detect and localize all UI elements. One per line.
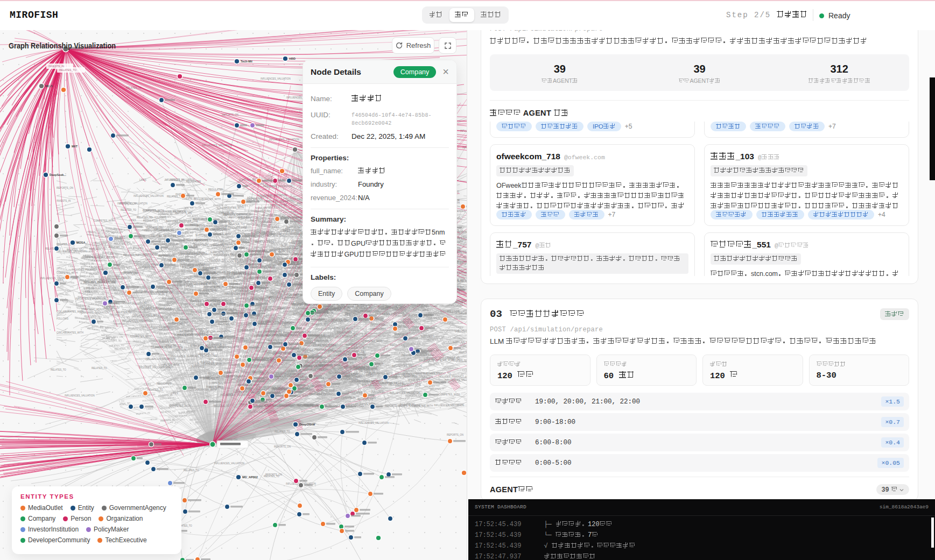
svg-text:PERFORMS_OPERATION: PERFORMS_OPERATION bbox=[223, 213, 252, 216]
svg-text:RELATED_TO: RELATED_TO bbox=[255, 240, 271, 243]
svg-text:INFLUENCES_VALUATION: INFLUENCES_VALUATION bbox=[188, 299, 219, 302]
svg-text:INVESTS_IN: INVESTS_IN bbox=[172, 349, 186, 351]
svg-text:INFLUENCES_VALUATION: INFLUENCES_VALUATION bbox=[75, 297, 106, 300]
svg-text:SUPPLIES_TO: SUPPLIES_TO bbox=[453, 341, 467, 344]
svg-text:RELATES_TO: RELATES_TO bbox=[51, 368, 66, 371]
svg-text:SUPPLIES_TO: SUPPLIES_TO bbox=[174, 334, 191, 336]
svg-text:INVESTS_IN: INVESTS_IN bbox=[57, 200, 71, 202]
svg-text:COMPETES_WITH: COMPETES_WITH bbox=[170, 405, 191, 407]
svg-text:PERFORMS_OPERATION: PERFORMS_OPERATION bbox=[80, 311, 109, 314]
svg-text:Tech-Mil: Tech-Mil bbox=[241, 60, 252, 63]
svg-text:PERFORMS_OPERATION: PERFORMS_OPERATION bbox=[404, 375, 433, 378]
svg-text:SUPPORTS: SUPPORTS bbox=[210, 251, 223, 254]
svg-text:FOLLOWS: FOLLOWS bbox=[154, 216, 166, 219]
svg-text:RELATES_TO: RELATES_TO bbox=[228, 223, 244, 225]
svg-text:RELATES_TO: RELATES_TO bbox=[116, 311, 131, 314]
svg-text:RELATES_TO: RELATES_TO bbox=[218, 323, 234, 325]
svg-text:FOLLOWS: FOLLOWS bbox=[447, 310, 459, 313]
svg-text:FOLLOWS: FOLLOWS bbox=[269, 263, 281, 266]
svg-text:INCLUDES_PRODUCT_LINE: INCLUDES_PRODUCT_LINE bbox=[402, 354, 434, 357]
svg-text:INCLUDES_PRODUCT_LINE: INCLUDES_PRODUCT_LINE bbox=[83, 281, 116, 283]
svg-text:RELATED_TO: RELATED_TO bbox=[298, 405, 314, 407]
svg-text:REPORTS_ON: REPORTS_ON bbox=[459, 351, 467, 354]
svg-text:MIIT: MIIT bbox=[72, 145, 78, 148]
svg-text:INFLUENCES_VALUATION: INFLUENCES_VALUATION bbox=[390, 392, 420, 394]
svg-text:RELATED_TO: RELATED_TO bbox=[359, 370, 375, 373]
svg-text:RELATED_TO: RELATED_TO bbox=[121, 209, 137, 211]
svg-text:SUPPORTS: SUPPORTS bbox=[420, 335, 434, 338]
svg-text:STRATEGIC_ADJUSTMENT_TO: STRATEGIC_ADJUSTMENT_TO bbox=[414, 372, 451, 375]
svg-text:REPORTS_ON: REPORTS_ON bbox=[274, 445, 291, 448]
svg-text:REGULATES: REGULATES bbox=[208, 188, 223, 191]
svg-text:STRATEGIC_ADJUSTMENT_TO: STRATEGIC_ADJUSTMENT_TO bbox=[321, 335, 357, 338]
svg-text:RELATED_TO: RELATED_TO bbox=[151, 235, 167, 237]
svg-text:REPORTS_ON: REPORTS_ON bbox=[385, 405, 402, 407]
svg-text:REGULATES: REGULATES bbox=[337, 331, 351, 334]
svg-text:INVESTS_IN: INVESTS_IN bbox=[206, 386, 220, 388]
svg-text:LIKES: LIKES bbox=[273, 405, 280, 407]
svg-text:REGULATES: REGULATES bbox=[143, 219, 158, 222]
svg-text:REGULATES: REGULATES bbox=[231, 271, 246, 274]
svg-text:COMPETES_WITH: COMPETES_WITH bbox=[439, 393, 460, 396]
svg-text:INVESTS_IN: INVESTS_IN bbox=[341, 396, 355, 399]
svg-text:COLLABORATES_WITH: COLLABORATES_WITH bbox=[217, 207, 244, 209]
svg-text:FOLLOWS: FOLLOWS bbox=[108, 275, 119, 278]
svg-text:INCLUDES_PRODUCT_LINE: INCLUDES_PRODUCT_LINE bbox=[438, 375, 467, 378]
svg-text:RELATES_TO: RELATES_TO bbox=[172, 322, 187, 324]
svg-text:RELATES_TO: RELATES_TO bbox=[59, 68, 76, 72]
svg-text:RELATES_TO: RELATES_TO bbox=[452, 359, 467, 362]
svg-text:REGULATES: REGULATES bbox=[348, 391, 362, 394]
svg-text:REGULATES: REGULATES bbox=[375, 313, 390, 315]
svg-text:RELATES_TO: RELATES_TO bbox=[184, 469, 199, 472]
svg-text:COMPETES_WITH: COMPETES_WITH bbox=[57, 272, 78, 274]
svg-text:RELATED_TO: RELATED_TO bbox=[191, 311, 207, 314]
svg-text:INFLUENCES_VALUATION: INFLUENCES_VALUATION bbox=[214, 462, 244, 465]
svg-text:REPORTS_ON: REPORTS_ON bbox=[190, 275, 207, 278]
svg-text:SUPPORTS: SUPPORTS bbox=[179, 330, 193, 332]
svg-text:FOLLOWS: FOLLOWS bbox=[57, 317, 68, 320]
svg-text:SUPPORTS: SUPPORTS bbox=[286, 226, 300, 229]
svg-text:SUPPORTS: SUPPORTS bbox=[191, 365, 205, 368]
svg-text:RELATES_TO: RELATES_TO bbox=[92, 367, 107, 370]
svg-text:COMPETES_WITH: COMPETES_WITH bbox=[399, 405, 420, 407]
svg-text:LIKES: LIKES bbox=[171, 392, 178, 395]
svg-text:INVESTS_IN: INVESTS_IN bbox=[48, 65, 65, 68]
svg-text:REGULATES: REGULATES bbox=[247, 197, 262, 200]
svg-text:REPORTS_ON: REPORTS_ON bbox=[203, 286, 220, 289]
svg-text:COMPETES_WITH: COMPETES_WITH bbox=[94, 219, 115, 222]
svg-text:STRATEGIC_ADJUSTMENT_TO: STRATEGIC_ADJUSTMENT_TO bbox=[351, 380, 388, 382]
svg-text:COLLABORATES_WITH: COLLABORATES_WITH bbox=[184, 239, 210, 242]
svg-text:LIKES: LIKES bbox=[83, 290, 90, 293]
svg-text:PERFORMS_OPERATION: PERFORMS_OPERATION bbox=[194, 244, 223, 247]
svg-text:INFLUENCES_VALUATION: INFLUENCES_VALUATION bbox=[122, 320, 152, 322]
svg-text:PERFORMS_OPERATION: PERFORMS_OPERATION bbox=[180, 264, 209, 267]
svg-text:COLLABORATES_WITH: COLLABORATES_WITH bbox=[132, 314, 159, 317]
svg-text:COLLABORATES_WITH: COLLABORATES_WITH bbox=[57, 331, 83, 334]
svg-text:FOLLOWS: FOLLOWS bbox=[371, 391, 383, 393]
svg-text:INFLUENCES_VALUATION: INFLUENCES_VALUATION bbox=[145, 358, 175, 360]
svg-text:PERFORMS_OPERATION: PERFORMS_OPERATION bbox=[229, 216, 258, 219]
svg-text:REGULATES: REGULATES bbox=[143, 253, 158, 256]
svg-text:INFLUENCES_VALUATION: INFLUENCES_VALUATION bbox=[392, 365, 422, 367]
svg-text:SUPPLIES_TO: SUPPLIES_TO bbox=[159, 340, 175, 343]
svg-text:RELATED_TO: RELATED_TO bbox=[191, 328, 207, 331]
svg-text:RELATES_TO: RELATES_TO bbox=[209, 259, 225, 261]
svg-text:INFLUENCES_VALUATION: INFLUENCES_VALUATION bbox=[434, 404, 464, 407]
svg-text:INVESTS_IN: INVESTS_IN bbox=[270, 249, 284, 252]
svg-text:REPORTS_ON: REPORTS_ON bbox=[121, 272, 137, 275]
svg-text:FOLLOWS: FOLLOWS bbox=[209, 343, 221, 345]
svg-text:DeepSeek...: DeepSeek... bbox=[50, 173, 66, 176]
svg-text:COLLABORATES_WITH: COLLABORATES_WITH bbox=[326, 327, 353, 330]
svg-text:PERFORMS_OPERATION: PERFORMS_OPERATION bbox=[185, 228, 214, 231]
svg-text:FOLLOWS: FOLLOWS bbox=[287, 293, 299, 296]
svg-text:RELATES_TO: RELATES_TO bbox=[201, 282, 216, 285]
svg-text:REPORTS_ON: REPORTS_ON bbox=[227, 337, 244, 340]
svg-text:INFLUENCES_VALUATION: INFLUENCES_VALUATION bbox=[224, 293, 255, 295]
svg-text:INVESTS_IN: INVESTS_IN bbox=[171, 292, 185, 294]
svg-text:INFLUENCES_VALUATION: INFLUENCES_VALUATION bbox=[261, 77, 291, 80]
svg-text:INFLUENCES_VALUATION: INFLUENCES_VALUATION bbox=[233, 290, 263, 293]
svg-text:MC-5: MC-5 bbox=[45, 84, 52, 88]
svg-text:RELATES_TO: RELATES_TO bbox=[104, 307, 119, 309]
svg-text:INCLUDES_PRODUCT_LINE: INCLUDES_PRODUCT_LINE bbox=[214, 226, 247, 229]
svg-text:COLLABORATES_WITH: COLLABORATES_WITH bbox=[143, 326, 170, 329]
